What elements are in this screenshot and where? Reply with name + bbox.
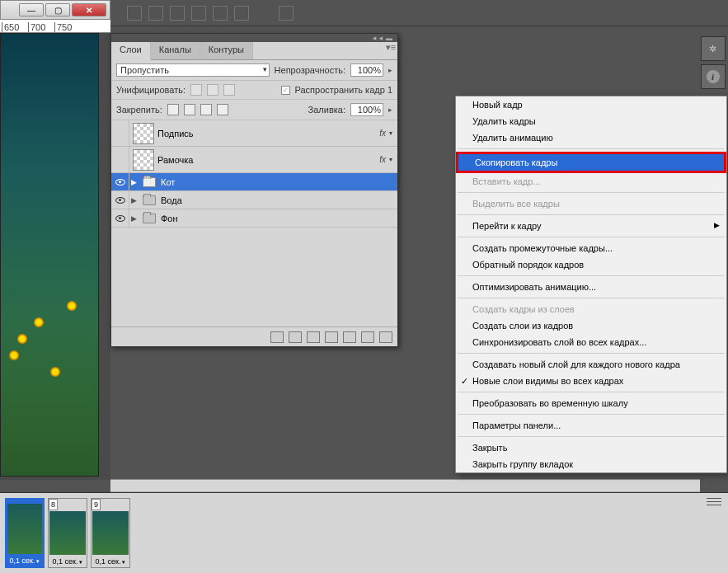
fill-input[interactable]: 100% — [350, 103, 383, 116]
menu-separator — [458, 237, 725, 237]
unify-position-icon[interactable] — [190, 84, 202, 96]
new-layer-icon[interactable] — [361, 331, 374, 343]
menu-item[interactable]: Синхронизировать слой во всех кадрах... — [456, 334, 726, 350]
layers-list: Подпись fx▾ Рамочка fx▾ ▶ Кот ▶ Вода ▶ Ф… — [111, 120, 397, 228]
layer-group-row[interactable]: ▶ Кот — [111, 173, 397, 191]
expand-icon[interactable]: ▶ — [129, 178, 138, 186]
opacity-slider-icon[interactable]: ▸ — [388, 66, 392, 74]
new-group-icon[interactable] — [343, 331, 356, 343]
fx-icon[interactable]: fx — [379, 129, 386, 138]
menu-item[interactable]: Создавать новый слой для каждого нового … — [456, 356, 726, 373]
menu-item[interactable]: Создать промежуточные кадры... — [456, 240, 726, 256]
lock-transparent-icon[interactable] — [167, 104, 179, 115]
menu-item[interactable]: Оптимизировать анимацию... — [456, 279, 726, 295]
timeline-menu-icon[interactable] — [707, 496, 721, 506]
blank-visibility[interactable] — [115, 157, 125, 163]
blend-mode-dropdown[interactable]: Пропустить — [116, 63, 270, 77]
layer-name[interactable]: Вода — [161, 195, 397, 205]
timeline-header — [110, 479, 700, 492]
frame-delay[interactable]: 0,1 сек. — [49, 556, 87, 567]
layer-name[interactable]: Кот — [161, 177, 397, 187]
fx-icon[interactable]: fx — [379, 155, 386, 164]
menu-item[interactable]: Удалить анимацию — [456, 129, 726, 146]
layer-group-row[interactable]: ▶ Вода — [111, 191, 397, 209]
align-icon[interactable] — [234, 6, 249, 21]
menu-item[interactable]: Перейти к кадру▶ — [456, 218, 726, 234]
lock-position-icon[interactable] — [200, 104, 212, 115]
fx-expand-icon[interactable]: ▾ — [389, 156, 392, 163]
align-icon[interactable] — [191, 6, 206, 21]
tab-paths[interactable]: Контуры — [200, 42, 253, 59]
align-icon[interactable] — [213, 6, 228, 21]
unify-label: Унифицировать: — [116, 85, 186, 95]
delete-layer-icon[interactable] — [379, 331, 392, 343]
canvas[interactable] — [0, 33, 99, 477]
align-icon[interactable] — [170, 6, 185, 21]
layer-row[interactable]: Рамочка fx▾ — [111, 147, 397, 173]
maximize-button[interactable]: ▢ — [45, 3, 70, 16]
menu-item[interactable]: Преобразовать во временную шкалу — [456, 395, 726, 411]
menu-item[interactable]: Новые слои видимы во всех кадрах✓ — [456, 373, 726, 389]
opacity-input[interactable]: 100% — [350, 63, 383, 77]
align-icon[interactable] — [127, 6, 142, 21]
panel-collapse-bar[interactable]: ◄◄ ▬ — [111, 34, 397, 42]
right-toolbar: ✲ i — [697, 33, 728, 99]
menu-item[interactable]: Создать слои из кадров — [456, 317, 726, 334]
layer-thumbnail[interactable] — [133, 149, 154, 171]
animation-frame[interactable]: 90,1 сек. — [91, 498, 130, 568]
tab-channels[interactable]: Каналы — [151, 42, 200, 59]
navigator-icon[interactable]: ✲ — [701, 36, 726, 61]
menu-separator — [458, 298, 725, 298]
layer-mask-icon[interactable] — [307, 331, 320, 343]
animation-timeline: 0,1 сек.80,1 сек.90,1 сек. — [0, 492, 728, 573]
menu-item[interactable]: Обратный порядок кадров — [456, 256, 726, 273]
frames-strip: 0,1 сек.80,1 сек.90,1 сек. — [0, 493, 135, 573]
menu-item[interactable]: Удалить кадры — [456, 113, 726, 129]
menu-item: Создать кадры из слоев — [456, 301, 726, 317]
blank-visibility[interactable] — [115, 130, 125, 137]
panel-menu-icon[interactable]: ▾≡ — [384, 42, 397, 59]
layer-group-row[interactable]: ▶ Фон — [111, 209, 397, 228]
link-layers-icon[interactable] — [270, 331, 284, 343]
visibility-eye-icon[interactable] — [115, 179, 125, 186]
info-panel-icon[interactable]: i — [701, 64, 726, 89]
layer-row[interactable]: Подпись fx▾ — [111, 120, 397, 147]
close-button[interactable]: ✕ — [72, 3, 106, 16]
window-title-bar: — ▢ ✕ — [0, 0, 110, 20]
tab-layers[interactable]: Слои — [111, 42, 151, 60]
distribute-icon[interactable] — [279, 6, 294, 21]
frame-delay[interactable]: 0,1 сек. — [92, 556, 129, 567]
unify-visibility-icon[interactable] — [207, 84, 218, 96]
animation-context-menu: Новый кадрУдалить кадрыУдалить анимациюС… — [455, 96, 727, 473]
unify-style-icon[interactable] — [223, 84, 235, 96]
expand-icon[interactable]: ▶ — [129, 214, 138, 223]
menu-item[interactable]: Закрыть группу вкладок — [456, 456, 726, 472]
lock-image-icon[interactable] — [184, 104, 195, 115]
menu-item[interactable]: Скопировать кадры — [456, 152, 726, 173]
animation-frame[interactable]: 0,1 сек. — [5, 498, 45, 568]
menu-separator — [458, 148, 725, 149]
propagate-checkbox[interactable]: ✓ — [281, 86, 290, 95]
animation-frame[interactable]: 80,1 сек. — [48, 498, 87, 568]
visibility-eye-icon[interactable] — [115, 197, 125, 204]
layers-empty-area[interactable] — [111, 228, 397, 326]
layer-name[interactable]: Подпись — [157, 129, 379, 139]
layer-name[interactable]: Рамочка — [157, 155, 379, 165]
fx-expand-icon[interactable]: ▾ — [389, 129, 392, 137]
expand-icon[interactable]: ▶ — [129, 196, 138, 204]
menu-item: Выделить все кадры — [456, 195, 726, 212]
visibility-eye-icon[interactable] — [115, 215, 125, 222]
frame-delay[interactable]: 0,1 сек. — [7, 555, 43, 566]
layer-thumbnail[interactable] — [133, 123, 154, 144]
layer-style-icon[interactable] — [289, 331, 302, 343]
adjustment-layer-icon[interactable] — [325, 331, 338, 343]
minimize-button[interactable]: — — [19, 3, 44, 16]
menu-item[interactable]: Параметры панели... — [456, 417, 726, 434]
frame-thumbnail — [92, 511, 129, 555]
fill-slider-icon[interactable]: ▸ — [388, 106, 392, 114]
menu-item[interactable]: Закрыть — [456, 439, 726, 456]
layer-name[interactable]: Фон — [161, 214, 397, 223]
menu-item[interactable]: Новый кадр — [456, 96, 726, 113]
lock-all-icon[interactable] — [217, 104, 228, 115]
align-icon[interactable] — [148, 6, 163, 21]
